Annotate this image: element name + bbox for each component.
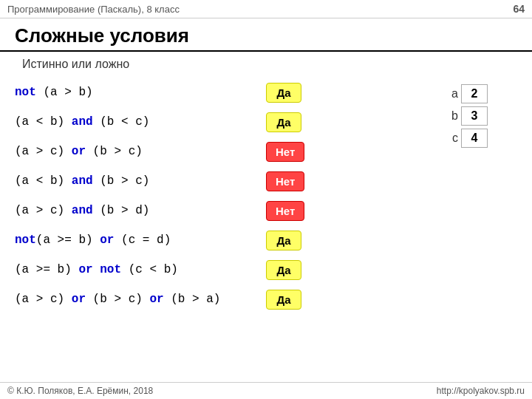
header: Программирование (Паскаль), 8 класс 64: [0, 0, 532, 18]
expression-row: (a > c) or (b > c) or (b > a)Да: [15, 287, 429, 312]
expression-row: (a < b) and (b < c)Да: [15, 109, 429, 134]
variable-name: b: [443, 109, 458, 123]
variable-name: a: [443, 87, 458, 100]
result-badge: Да: [266, 83, 301, 103]
subtitle: Истинно или ложно: [0, 52, 532, 77]
variable-value: 3: [461, 106, 488, 126]
footer-url: http://kpolyakov.spb.ru: [437, 386, 525, 396]
expression-text: (a < b) and (b > c): [15, 174, 266, 188]
result-badge: Нет: [266, 201, 304, 221]
variable-row: a2: [443, 84, 517, 103]
expression-row: (a >= b) or not (c < b)Да: [15, 257, 429, 282]
variable-row: c4: [443, 129, 517, 148]
page-title: Сложные условия: [0, 18, 532, 52]
result-badge: Нет: [266, 171, 304, 191]
variable-table: a2b3c4: [443, 77, 517, 316]
result-badge: Да: [266, 112, 301, 132]
expression-row: (a < b) and (b > c)Нет: [15, 168, 429, 194]
result-badge: Да: [266, 260, 301, 280]
variable-row: b3: [443, 106, 517, 126]
expression-row: (a > c) and (b > d)Нет: [15, 198, 429, 223]
expression-row: not (a > b)Да: [15, 80, 429, 105]
header-subject: Программирование (Паскаль), 8 класс: [7, 4, 180, 15]
expression-text: (a > c) or (b > c) or (b > a): [15, 293, 266, 306]
expression-text: (a < b) and (b < c): [15, 115, 266, 129]
variable-value: 4: [461, 129, 488, 148]
header-page: 64: [513, 3, 525, 15]
result-badge: Нет: [266, 142, 304, 162]
variable-name: c: [443, 132, 458, 145]
expression-text: not (a > b): [15, 86, 266, 99]
result-badge: Да: [266, 290, 301, 310]
expression-text: (a > c) and (b > d): [15, 204, 266, 217]
variable-value: 2: [461, 84, 488, 103]
expression-row: (a > c) or (b > c)Нет: [15, 139, 429, 164]
footer: © К.Ю. Поляков, Е.А. Ерёмин, 2018 http:/…: [0, 382, 532, 399]
result-badge: Да: [266, 231, 301, 250]
main-content: not (a > b)Да(a < b) and (b < c)Да(a > c…: [0, 77, 532, 316]
expressions-list: not (a > b)Да(a < b) and (b < c)Да(a > c…: [15, 77, 429, 316]
expression-row: not(a >= b) or (c = d)Да: [15, 228, 429, 253]
footer-copyright: © К.Ю. Поляков, Е.А. Ерёмин, 2018: [7, 386, 153, 396]
expression-text: (a >= b) or not (c < b): [15, 263, 266, 276]
expression-text: not(a >= b) or (c = d): [15, 233, 266, 247]
expression-text: (a > c) or (b > c): [15, 145, 266, 158]
